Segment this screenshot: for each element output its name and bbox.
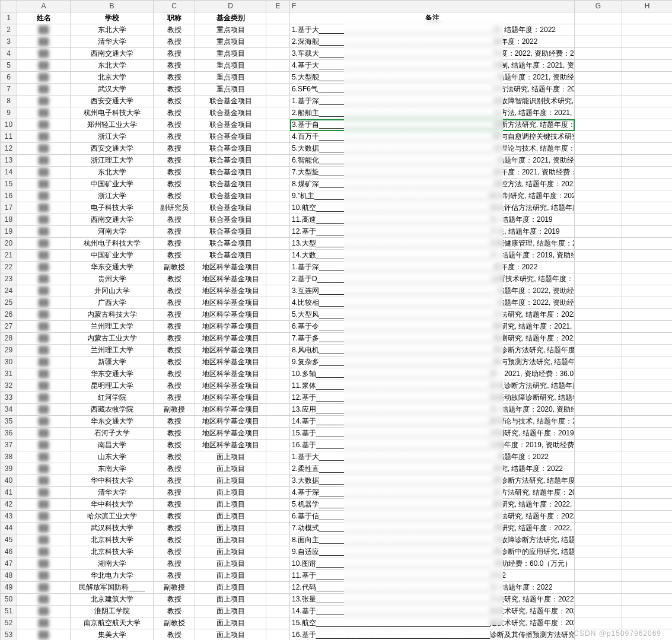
cell-e[interactable] — [266, 262, 290, 273]
cell-g[interactable] — [575, 499, 622, 511]
cell-g[interactable] — [575, 107, 622, 119]
row-header[interactable]: 28 — [1, 333, 17, 345]
col-header-E[interactable]: E — [266, 1, 290, 12]
cell-g[interactable] — [575, 392, 622, 404]
row-header[interactable]: 11 — [1, 131, 17, 143]
cell-school[interactable]: 东南大学 — [71, 463, 154, 475]
row-header[interactable]: 49 — [1, 582, 17, 594]
cell-name[interactable]: ██ — [17, 36, 71, 48]
cell-g[interactable] — [575, 179, 622, 190]
cell-title[interactable]: 教授 — [154, 392, 195, 404]
row-header[interactable]: 18 — [1, 214, 17, 226]
row-header[interactable]: 33 — [1, 392, 17, 404]
cell-note[interactable]: 16.基于___________________________________… — [290, 440, 575, 451]
cell-g[interactable] — [575, 368, 622, 380]
cell-e[interactable] — [266, 475, 290, 487]
cell-school[interactable]: 北京建筑大学 — [71, 594, 154, 606]
cell-note[interactable]: 12.代码___________________________________… — [290, 582, 575, 594]
cell-e[interactable] — [266, 250, 290, 262]
cell-name[interactable]: ██ — [17, 356, 71, 368]
cell-title[interactable]: 教授 — [154, 190, 195, 202]
cell-h[interactable] — [622, 380, 673, 392]
cell-g[interactable] — [575, 202, 622, 214]
cell-note[interactable]: 10.图谱___________________________________… — [290, 558, 575, 570]
cell-name[interactable]: ██ — [17, 368, 71, 380]
row-header[interactable]: 15 — [1, 179, 17, 190]
cell-fund[interactable]: 地区科学基金项目 — [195, 262, 266, 273]
row-header[interactable]: 20 — [1, 238, 17, 250]
cell-h[interactable] — [622, 333, 673, 345]
cell-title[interactable]: 教授 — [154, 345, 195, 356]
cell-g[interactable] — [575, 238, 622, 250]
cell-fund[interactable]: 面上项目 — [195, 499, 266, 511]
cell-note[interactable]: 4.百万千___________________________________… — [290, 131, 575, 143]
cell-note[interactable]: 10.航空___________________________________… — [290, 202, 575, 214]
cell-e[interactable] — [266, 119, 290, 131]
cell-h[interactable] — [622, 594, 673, 606]
cell-e[interactable] — [266, 285, 290, 297]
cell-fund[interactable]: 面上项目 — [195, 475, 266, 487]
cell-note[interactable]: 2.基于D___________________________________… — [290, 273, 575, 285]
cell-name[interactable]: ██ — [17, 617, 71, 629]
cell-h[interactable] — [622, 404, 673, 416]
cell-title[interactable]: 教授 — [154, 487, 195, 499]
cell-fund[interactable]: 面上项目 — [195, 451, 266, 463]
cell-fund[interactable]: 地区科学基金项目 — [195, 273, 266, 285]
cell-g[interactable] — [575, 24, 622, 36]
cell-g[interactable] — [575, 534, 622, 546]
cell-title[interactable]: 教授 — [154, 36, 195, 48]
cell-note[interactable]: 6.智能化___________________________________… — [290, 155, 575, 167]
cell-g[interactable] — [575, 321, 622, 333]
cell-name[interactable]: ██ — [17, 606, 71, 617]
cell-g[interactable] — [575, 285, 622, 297]
cell-e[interactable] — [266, 428, 290, 440]
cell-name[interactable]: ██ — [17, 155, 71, 167]
cell-name[interactable]: ██ — [17, 84, 71, 95]
cell-title[interactable]: 教授 — [154, 546, 195, 558]
cell-name[interactable]: ██ — [17, 582, 71, 594]
row-header[interactable]: 4 — [1, 48, 17, 60]
cell-e[interactable] — [266, 451, 290, 463]
cell-fund[interactable]: 面上项目 — [195, 511, 266, 523]
cell-g[interactable] — [575, 214, 622, 226]
cell-h[interactable] — [622, 131, 673, 143]
cell-e[interactable] — [266, 309, 290, 321]
cell-title[interactable]: 教授 — [154, 368, 195, 380]
cell-e[interactable] — [266, 179, 290, 190]
row-header[interactable]: 9 — [1, 107, 17, 119]
cell-fund[interactable]: 面上项目 — [195, 534, 266, 546]
cell-e[interactable] — [266, 416, 290, 428]
cell-g[interactable] — [575, 546, 622, 558]
cell-g[interactable] — [575, 48, 622, 60]
cell-h[interactable] — [622, 84, 673, 95]
col-header-F[interactable]: F — [290, 1, 575, 12]
cell-school[interactable]: 清华大学 — [71, 487, 154, 499]
cell-school[interactable]: 北京科技大学 — [71, 534, 154, 546]
cell-title[interactable]: 教授 — [154, 428, 195, 440]
row-header[interactable]: 23 — [1, 273, 17, 285]
cell-note[interactable]: 5.大数据___________________________________… — [290, 143, 575, 155]
cell-title[interactable]: 教授 — [154, 48, 195, 60]
cell-e[interactable] — [266, 226, 290, 238]
cell-e[interactable] — [266, 238, 290, 250]
cell-school[interactable]: 山东大学 — [71, 451, 154, 463]
row-header[interactable]: 12 — [1, 143, 17, 155]
cell-note[interactable]: 6.基于令___________________________________… — [290, 321, 575, 333]
cell-g[interactable] — [575, 594, 622, 606]
cell-name[interactable]: ██ — [17, 487, 71, 499]
cell-fund[interactable]: 联合基金项目 — [195, 131, 266, 143]
cell-title[interactable]: 教授 — [154, 143, 195, 155]
cell-fund[interactable]: 地区科学基金项目 — [195, 297, 266, 309]
cell-note[interactable]: 16.基于___________________________________… — [290, 629, 575, 641]
cell-note[interactable]: 9."机主___________________________________… — [290, 190, 575, 202]
cell-name[interactable]: ██ — [17, 95, 71, 107]
cell-note[interactable]: 7.基于多___________________________________… — [290, 333, 575, 345]
col-header-B[interactable]: B — [71, 1, 154, 12]
cell-title[interactable]: 教授 — [154, 24, 195, 36]
cell-note[interactable]: 10.多轴___________________________________… — [290, 368, 575, 380]
cell-e[interactable] — [266, 404, 290, 416]
cell-h[interactable] — [622, 107, 673, 119]
cell-fund[interactable]: 联合基金项目 — [195, 167, 266, 179]
cell-e[interactable] — [266, 546, 290, 558]
cell-name[interactable]: ██ — [17, 345, 71, 356]
